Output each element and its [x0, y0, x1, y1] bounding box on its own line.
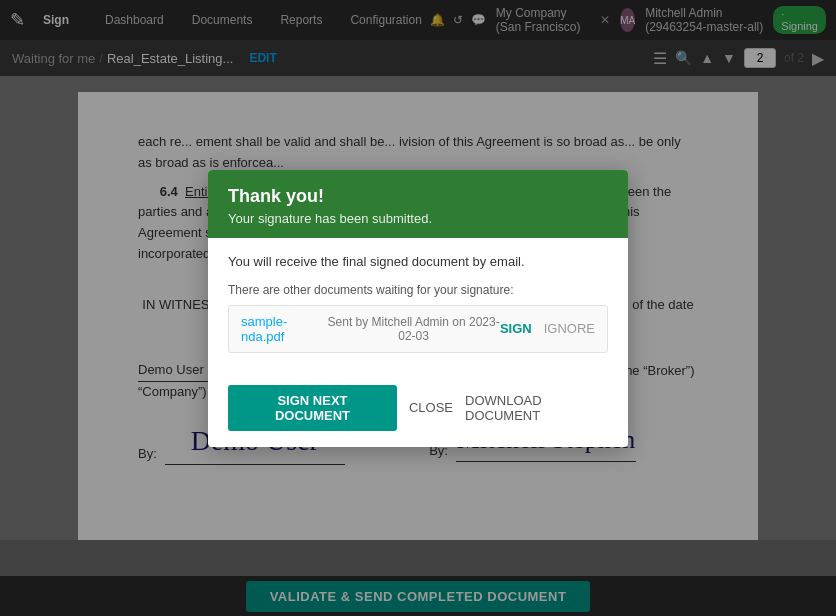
modal-doc-sender: Sent by Mitchell Admin on 2023-02-03: [327, 315, 500, 343]
download-document-link[interactable]: DOWNLOAD DOCUMENT: [465, 393, 608, 423]
sign-next-button[interactable]: SIGN NEXT DOCUMENT: [228, 385, 397, 431]
modal-waiting-label: There are other documents waiting for yo…: [228, 283, 608, 297]
close-modal-button[interactable]: CLOSE: [409, 400, 453, 415]
modal-sign-link[interactable]: SIGN: [500, 321, 532, 336]
modal-overlay: Thank you! Your signature has been submi…: [0, 0, 836, 616]
modal-dialog: Thank you! Your signature has been submi…: [208, 170, 628, 447]
modal-header: Thank you! Your signature has been submi…: [208, 170, 628, 238]
modal-doc-name: sample-nda.pdf: [241, 314, 327, 344]
modal-doc-actions: SIGN IGNORE: [500, 321, 595, 336]
modal-footer: SIGN NEXT DOCUMENT CLOSE DOWNLOAD DOCUME…: [208, 385, 628, 447]
modal-title: Thank you!: [228, 186, 608, 207]
modal-subtitle: Your signature has been submitted.: [228, 211, 608, 226]
modal-ignore-link[interactable]: IGNORE: [544, 321, 595, 336]
modal-body: You will receive the final signed docume…: [208, 238, 628, 385]
modal-doc-row: sample-nda.pdf Sent by Mitchell Admin on…: [228, 305, 608, 353]
modal-description: You will receive the final signed docume…: [228, 254, 608, 269]
